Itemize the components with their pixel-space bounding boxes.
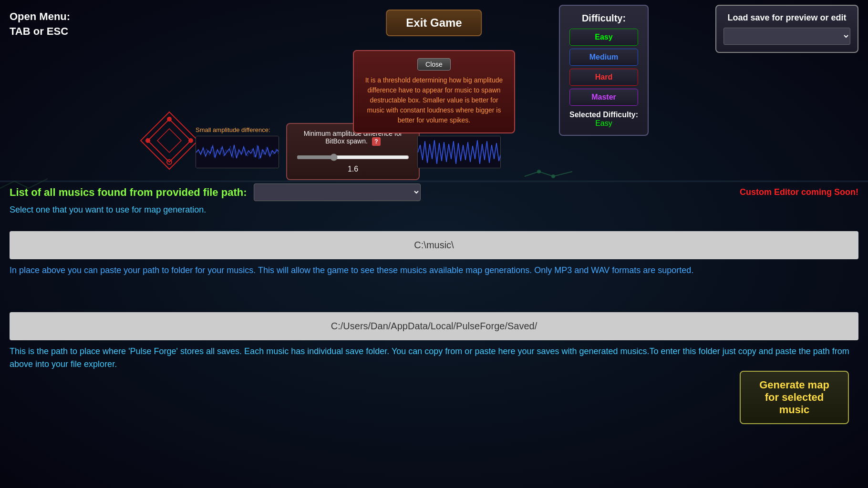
question-mark-icon[interactable]: ? <box>372 137 381 146</box>
music-path-value: C:\music\ <box>414 240 454 250</box>
music-section: List of all musics found from provided f… <box>0 183 868 215</box>
save-path-info: This is the path to place where 'Pulse F… <box>10 345 858 371</box>
open-menu-line1: Open Menu: <box>10 10 70 24</box>
svg-point-9 <box>188 138 193 143</box>
small-waveform-svg <box>196 136 279 168</box>
tooltip-close-button[interactable]: Close <box>417 58 451 71</box>
difficulty-panel: Difficulty: Easy Medium Hard Master Sele… <box>559 5 649 136</box>
diamond-decoration <box>138 110 200 173</box>
slider-value: 1.6 <box>297 165 409 173</box>
small-amplitude-card: Small amplitude difference: <box>196 126 279 168</box>
open-menu-text: Open Menu: TAB or ESC <box>10 10 70 39</box>
save-path-section: C:/Users/Dan/AppData/Local/PulseForge/Sa… <box>10 307 858 375</box>
tooltip-text: It is a threshold determining how big am… <box>363 75 505 125</box>
custom-editor-note: Custom Editor coming Soon! <box>740 187 858 197</box>
load-save-dropdown[interactable] <box>723 28 850 45</box>
save-path-value: C:/Users/Dan/AppData/Local/PulseForge/Sa… <box>331 321 537 331</box>
svg-point-4 <box>551 174 555 178</box>
large-waveform-svg <box>418 136 501 168</box>
music-list-row: List of all musics found from provided f… <box>10 183 858 201</box>
music-path-section: C:\music\ In place above you can paste y… <box>10 226 858 281</box>
selected-difficulty-label: Selected Difficulty: <box>569 111 638 119</box>
tooltip-popup: Close It is a threshold determining how … <box>353 50 515 133</box>
difficulty-easy-button[interactable]: Easy <box>569 29 638 46</box>
selected-difficulty-value: Easy <box>569 119 638 128</box>
difficulty-master-button[interactable]: Master <box>569 89 638 106</box>
load-save-title: Load save for preview or edit <box>723 13 850 23</box>
music-list-label: List of all musics found from provided f… <box>10 186 247 199</box>
exit-game-button[interactable]: Exit Game <box>386 10 482 36</box>
small-amplitude-label: Small amplitude difference: <box>196 126 279 133</box>
amplitude-slider[interactable] <box>297 153 409 161</box>
generate-map-button[interactable]: Generate map for selected music <box>740 371 849 424</box>
svg-marker-7 <box>157 129 181 152</box>
music-path-info: In place above you can paste your path t… <box>10 264 858 277</box>
svg-point-3 <box>537 170 541 173</box>
difficulty-medium-button[interactable]: Medium <box>569 49 638 66</box>
music-path-display[interactable]: C:\music\ <box>10 231 858 259</box>
load-save-panel: Load save for preview or edit <box>715 5 858 53</box>
svg-point-11 <box>145 138 150 143</box>
svg-rect-12 <box>196 136 279 168</box>
music-list-sublabel: Select one that you want to use for map … <box>10 205 858 215</box>
generate-section: Generate map for selected music Custom E… <box>740 185 858 197</box>
music-dropdown[interactable] <box>254 183 421 201</box>
svg-marker-6 <box>148 119 191 162</box>
svg-point-8 <box>167 117 172 122</box>
difficulty-hard-button[interactable]: Hard <box>569 69 638 86</box>
difficulty-title: Difficulty: <box>569 13 638 24</box>
open-menu-line2: TAB or ESC <box>10 24 70 39</box>
save-path-display[interactable]: C:/Users/Dan/AppData/Local/PulseForge/Sa… <box>10 312 858 340</box>
